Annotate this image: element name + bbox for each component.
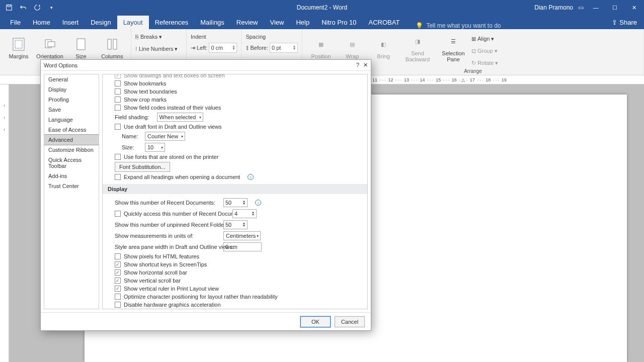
checkbox-disable-hw[interactable] (115, 302, 121, 308)
tab-layout[interactable]: Layout (117, 16, 149, 29)
sidebar-item-display[interactable]: Display (44, 84, 99, 95)
checkbox-draft-font[interactable] (115, 124, 121, 130)
indent-header: Indent (191, 31, 237, 42)
checkbox-shortcuts[interactable]: ✓ (115, 261, 121, 267)
sidebar-item-language[interactable]: Language (44, 115, 99, 125)
titlebar: ▾ Document2 - Word Dian Pramono ▭ — ☐ ✕ (0, 0, 644, 15)
rotate-button: ↻Rotate▾ (471, 57, 498, 68)
sidebar-item-addins[interactable]: Add-ins (44, 171, 99, 181)
checkbox-printer-fonts[interactable] (115, 154, 121, 160)
align-button[interactable]: ⊞Align▾ (471, 33, 498, 44)
sidebar-item-advanced[interactable]: Advanced (44, 134, 99, 145)
bring-forward-button: ◧Bring (369, 31, 398, 65)
recent-docs-input[interactable]: 50▲▼ (223, 198, 248, 207)
field-shading-combo[interactable]: When selected (157, 113, 204, 122)
dialog-close-icon[interactable]: ✕ (363, 62, 368, 68)
sidebar-item-trust-center[interactable]: Trust Center (44, 181, 99, 191)
wrap-icon: ▤ (345, 37, 359, 51)
quick-access-value: 4 (234, 211, 237, 217)
sidebar-item-customize-ribbon[interactable]: Customize Ribbon (44, 145, 99, 155)
redo-icon[interactable] (31, 2, 43, 14)
margins-button[interactable]: Margins (4, 31, 33, 65)
spacing-before-input[interactable]: 0 pt▲▼ (270, 43, 298, 53)
tab-review[interactable]: Review (230, 16, 264, 29)
sidebar-item-general[interactable]: General (44, 74, 99, 84)
rotate-icon: ↻ (471, 60, 476, 66)
share-button[interactable]: ⇪ Share (605, 16, 644, 29)
align-icon: ⊞ (471, 36, 476, 42)
tab-mailings[interactable]: Mailings (194, 16, 230, 29)
checkbox-optimize-char[interactable] (115, 294, 121, 300)
sidebar-item-proofing[interactable]: Proofing (44, 95, 99, 105)
tab-nitro[interactable]: Nitro Pro 10 (315, 16, 362, 29)
quick-access-input[interactable]: 4▲▼ (232, 209, 257, 218)
sidebar-item-qat[interactable]: Quick Access Toolbar (44, 155, 99, 171)
sidebar-item-save[interactable]: Save (44, 105, 99, 115)
checkbox-text-boundaries[interactable] (115, 88, 121, 95)
checkbox-crop-marks[interactable] (115, 97, 121, 103)
opt-label: Show bookmarks (124, 80, 166, 86)
document-title: Document2 - Word (297, 4, 347, 11)
font-size-combo[interactable]: 10 (145, 143, 165, 152)
unpinned-input[interactable]: 50▲▼ (223, 220, 248, 229)
vertical-ruler[interactable] (0, 84, 9, 362)
tab-view[interactable]: View (264, 16, 290, 29)
cancel-button[interactable]: Cancel (335, 316, 365, 327)
svg-rect-6 (77, 39, 85, 50)
indent-left-icon: ⇥ (191, 45, 195, 51)
send-backward-icon: ◨ (411, 34, 425, 48)
dialog-help-icon[interactable]: ? (356, 62, 359, 68)
selection-pane-button[interactable]: ☰Selection Pane (437, 31, 469, 65)
checkbox-vruler[interactable]: ✓ (115, 286, 121, 292)
line-numbers-button[interactable]: ⁝Line Numbers▾ (135, 43, 182, 54)
style-area-input[interactable]: 0 cm (223, 242, 262, 251)
checkbox[interactable]: ✓ (115, 74, 121, 78)
tab-insert[interactable]: Insert (56, 16, 85, 29)
info-icon[interactable]: i (255, 200, 261, 206)
user-name: Dian Pramono (534, 4, 573, 11)
dialog-content[interactable]: ✓Show drawings and text boxes on screen … (102, 74, 368, 309)
maximize-icon[interactable]: ☐ (608, 2, 622, 14)
checkbox-field-codes[interactable] (115, 105, 121, 111)
checkbox-vscroll[interactable]: ✓ (115, 278, 121, 284)
group-button: ⊡Group▾ (471, 45, 498, 56)
ribbon-tabs: File Home Insert Design Layout Reference… (0, 15, 644, 29)
opt-label: Show field codes instead of their values (124, 105, 221, 111)
wrap-label: Wrap (346, 53, 359, 59)
ok-button[interactable]: OK (300, 316, 331, 327)
orientation-label: Orientation (36, 53, 63, 59)
svg-rect-1 (8, 5, 10, 7)
tab-file[interactable]: File (4, 16, 27, 29)
tab-references[interactable]: References (149, 16, 194, 29)
checkbox-bookmarks[interactable] (115, 80, 121, 86)
ruler-mark: 14 (420, 77, 425, 82)
tab-home[interactable]: Home (27, 16, 56, 29)
spacing-header: Spacing (246, 31, 298, 42)
columns-icon (105, 37, 119, 51)
tab-help[interactable]: Help (290, 16, 315, 29)
qat-customize-icon[interactable]: ▾ (45, 2, 57, 14)
unpinned-value: 50 (225, 222, 231, 228)
undo-icon[interactable] (17, 2, 29, 14)
tab-acrobat[interactable]: ACROBAT (363, 16, 406, 29)
ruler-mark: 12 (388, 77, 393, 82)
save-icon[interactable] (3, 2, 15, 14)
measurements-combo[interactable]: Centimeters (223, 231, 261, 240)
close-icon[interactable]: ✕ (627, 2, 641, 14)
indent-left-input[interactable]: 0 cm▲▼ (209, 43, 237, 53)
checkbox-hscroll[interactable]: ✓ (115, 269, 121, 276)
opt-label: Show crop marks (124, 97, 167, 103)
ribbon-display-icon[interactable]: ▭ (578, 4, 584, 11)
sidebar-item-ease-of-access[interactable]: Ease of Access (44, 125, 99, 135)
breaks-button[interactable]: ⎘Breaks▾ (135, 31, 182, 42)
checkbox-quick-access-recent[interactable] (115, 211, 121, 217)
checkbox-expand-headings[interactable] (115, 174, 121, 180)
info-icon[interactable]: i (248, 174, 254, 180)
tell-me-search[interactable]: 💡 Tell me what you want to do (416, 22, 501, 29)
overlay-title: CARA MERUBAH SATUAN INCHI KE CM DI MICRO… (385, 156, 624, 231)
font-name-combo[interactable]: Courier New (145, 132, 185, 141)
minimize-icon[interactable]: — (589, 2, 603, 14)
checkbox-pixels-html[interactable] (115, 253, 121, 259)
tab-design[interactable]: Design (85, 16, 117, 29)
font-substitution-button[interactable]: Font Substitution... (115, 162, 170, 172)
